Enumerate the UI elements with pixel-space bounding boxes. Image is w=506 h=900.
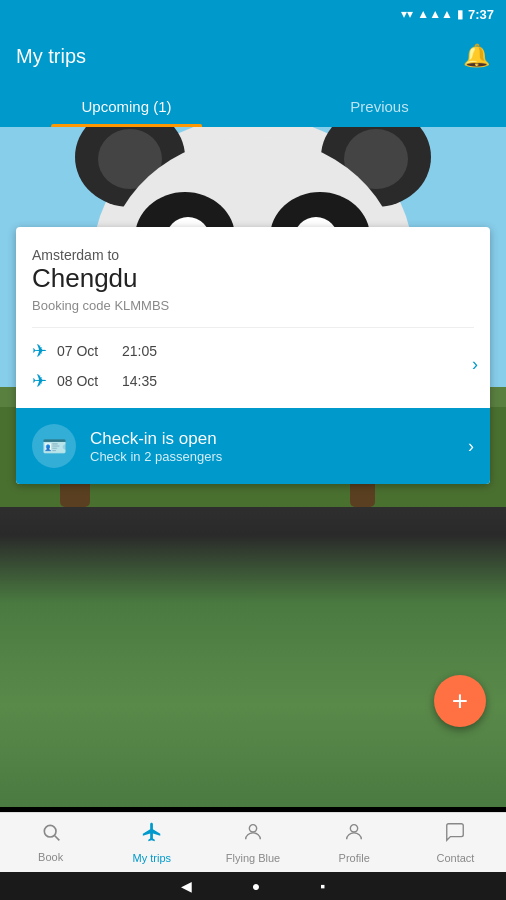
nav-label-flyingblue: Flying Blue: [226, 852, 280, 864]
passport-icon: 🪪: [42, 434, 67, 458]
nav-label-profile: Profile: [339, 852, 370, 864]
trip-card: Amsterdam to Chengdu Booking code KLMMBS…: [16, 227, 490, 484]
checkin-banner[interactable]: 🪪 Check-in is open Check in 2 passengers…: [16, 408, 490, 484]
page-title: My trips: [16, 45, 86, 68]
nav-item-mytrips[interactable]: My trips: [101, 815, 202, 870]
nav-item-flyingblue[interactable]: Flying Blue: [202, 815, 303, 870]
nav-label-book: Book: [38, 851, 63, 863]
notification-bell-icon[interactable]: 🔔: [463, 43, 490, 69]
booking-code: Booking code KLMMBS: [32, 298, 474, 313]
chat-icon: [444, 821, 466, 848]
nav-item-contact[interactable]: Contact: [405, 815, 506, 870]
tab-previous[interactable]: Previous: [253, 84, 506, 127]
status-icons: ▾▾ ▲▲▲ ▮ 7:37: [401, 7, 494, 22]
nav-item-profile[interactable]: Profile: [304, 815, 405, 870]
trip-destination: Chengdu: [32, 263, 474, 294]
header: My trips 🔔: [0, 28, 506, 84]
home-button[interactable]: ●: [252, 878, 260, 894]
departure-icon: ✈: [32, 340, 47, 362]
flight-row-1: ✈ 07 Oct 21:05: [32, 340, 474, 362]
checkin-icon: 🪪: [32, 424, 76, 468]
checkin-text: Check-in is open Check in 2 passengers: [90, 429, 454, 464]
checkin-title: Check-in is open: [90, 429, 454, 449]
tabs-bar: Upcoming (1) Previous: [0, 84, 506, 127]
nav-label-mytrips: My trips: [133, 852, 172, 864]
trip-from: Amsterdam to: [32, 247, 474, 263]
main-content: Amsterdam to Chengdu Booking code KLMMBS…: [0, 127, 506, 807]
flight-time-2: 14:35: [122, 373, 157, 389]
back-button[interactable]: ◀: [181, 878, 192, 894]
bottom-navigation: Book My trips Flying Blue Profile: [0, 812, 506, 872]
checkin-subtitle: Check in 2 passengers: [90, 449, 454, 464]
signal-icon: ▲▲▲: [417, 7, 453, 21]
svg-point-24: [249, 825, 256, 832]
flight-rows: ✈ 07 Oct 21:05 ✈ 08 Oct 14:35: [32, 340, 474, 392]
android-nav-bar: ◀ ● ▪: [0, 872, 506, 900]
status-bar: ▾▾ ▲▲▲ ▮ 7:37: [0, 0, 506, 28]
plane-icon: [141, 821, 163, 848]
flight-row-2: ✈ 08 Oct 14:35: [32, 370, 474, 392]
status-time: 7:37: [468, 7, 494, 22]
add-trip-fab[interactable]: +: [434, 675, 486, 727]
svg-line-23: [54, 836, 59, 841]
flying-blue-icon: [242, 821, 264, 848]
battery-icon: ▮: [457, 7, 464, 21]
tab-upcoming[interactable]: Upcoming (1): [0, 84, 253, 127]
arrival-icon: ✈: [32, 370, 47, 392]
svg-point-25: [351, 825, 358, 832]
wifi-icon: ▾▾: [401, 7, 413, 21]
search-icon: [41, 822, 61, 847]
nav-item-book[interactable]: Book: [0, 816, 101, 869]
profile-icon: [343, 821, 365, 848]
checkin-chevron-icon: ›: [468, 436, 474, 457]
trip-card-chevron-icon[interactable]: ›: [472, 353, 478, 374]
recents-button[interactable]: ▪: [320, 878, 325, 894]
flight-date-2: 08 Oct: [57, 373, 112, 389]
flight-date-1: 07 Oct: [57, 343, 112, 359]
svg-point-22: [44, 825, 56, 837]
trip-card-body: Amsterdam to Chengdu Booking code KLMMBS…: [16, 227, 490, 408]
flight-time-1: 21:05: [122, 343, 157, 359]
nav-label-contact: Contact: [436, 852, 474, 864]
card-divider: [32, 327, 474, 328]
